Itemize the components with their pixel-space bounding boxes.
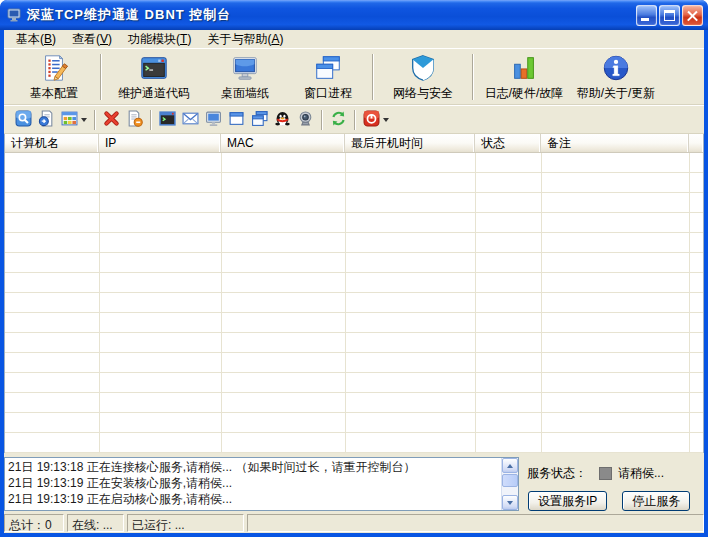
statusbar-online: 在线: ...	[67, 514, 124, 532]
maximize-button[interactable]	[659, 5, 680, 26]
column-header-mac[interactable]: MAC	[221, 134, 345, 152]
column-header-last-boot-time[interactable]: 最后开机时间	[345, 134, 475, 152]
import-doc-button[interactable]	[35, 108, 58, 132]
toolbar-separator	[321, 110, 323, 130]
terminal-window-icon	[138, 52, 170, 84]
webcam-button[interactable]	[294, 108, 317, 132]
scroll-thumb[interactable]	[502, 474, 518, 487]
remove-file-button[interactable]	[123, 108, 146, 132]
toolbar-button-label: 网络与安全	[393, 85, 453, 102]
webcam-icon	[297, 110, 314, 130]
service-status-indicator	[599, 467, 612, 480]
stop-service-button[interactable]: 停止服务	[622, 491, 690, 511]
remove-file-icon	[126, 110, 143, 130]
log-line: 21日 19:13:19 正在安装核心服务,请稍侯...	[8, 475, 498, 491]
maximize-icon	[664, 10, 675, 21]
toolbar-button-label: 桌面墙纸	[221, 85, 269, 102]
minimize-icon	[641, 18, 649, 21]
mail-icon	[182, 110, 199, 130]
windows-icon	[251, 110, 268, 130]
close-button[interactable]	[682, 5, 703, 26]
monitor-button[interactable]	[202, 108, 225, 132]
toolbar-button-terminal-window[interactable]: 维护通道代码	[106, 51, 202, 103]
table-row	[5, 333, 703, 353]
toolbar-button-security-shield[interactable]: 网络与安全	[378, 51, 468, 103]
service-status-value: 请稍侯...	[618, 465, 664, 482]
toolbar-button-windows-stack[interactable]: 窗口进程	[288, 51, 368, 103]
table-row	[5, 433, 703, 453]
terminal-icon	[159, 110, 176, 130]
app-icon	[7, 7, 23, 23]
toolbar-button-info-circle[interactable]: 帮助/关于/更新	[570, 51, 662, 103]
menu-item-b[interactable]: 基本(B)	[8, 30, 64, 50]
column-header-computer-name[interactable]: 计算机名	[5, 134, 99, 152]
windows-stack-icon	[312, 52, 344, 84]
window-button[interactable]	[225, 108, 248, 132]
windows-button[interactable]	[248, 108, 271, 132]
toolbar-button-bar-chart[interactable]: 日志/硬件/故障	[478, 51, 570, 103]
refresh-icon	[330, 110, 347, 130]
toolbar-separator	[94, 110, 96, 130]
menu-item-v[interactable]: 查看(V)	[64, 30, 120, 50]
chevron-down-icon	[383, 118, 389, 122]
computer-list: 计算机名IPMAC最后开机时间状态备注	[4, 134, 704, 453]
toolbar-separator	[354, 110, 356, 130]
search-button[interactable]	[12, 108, 35, 132]
terminal-button[interactable]	[156, 108, 179, 132]
scroll-down-button[interactable]	[502, 495, 518, 510]
grid-line	[345, 153, 346, 453]
import-doc-icon	[38, 110, 55, 130]
mail-button[interactable]	[179, 108, 202, 132]
qq-button[interactable]	[271, 108, 294, 132]
scroll-track[interactable]	[502, 473, 518, 495]
log-scrollbar[interactable]	[501, 458, 518, 510]
service-panel: 服务状态： 请稍侯... 设置服务IP 停止服务	[522, 454, 704, 511]
qq-icon	[274, 110, 291, 130]
monitor-icon	[205, 110, 222, 130]
minimize-button[interactable]	[636, 5, 657, 26]
table-row	[5, 293, 703, 313]
menu-bar: 基本(B)查看(V)功能模块(T)关于与帮助(A)	[4, 30, 704, 48]
set-service-ip-button[interactable]: 设置服务IP	[528, 491, 607, 511]
toolbar-button-config-doc[interactable]: 基本配置	[12, 51, 96, 103]
status-bar: 总计：0在线: ...已运行: ...	[4, 512, 704, 533]
table-row	[5, 313, 703, 333]
toolbar-separator	[100, 54, 102, 100]
menu-item-a[interactable]: 关于与帮助(A)	[199, 30, 291, 50]
log-line: 21日 19:13:19 正在启动核心服务,请稍侯...	[8, 491, 498, 507]
grid-line	[689, 153, 690, 453]
grid-line	[475, 153, 476, 453]
power-icon	[363, 110, 380, 130]
scroll-down-icon	[507, 501, 513, 505]
power-button[interactable]	[360, 108, 392, 132]
app-window: 深蓝TCP维护通道 DBNT 控制台 基本(B)查看(V)功能模块(T)关于与帮…	[0, 0, 708, 537]
info-circle-icon	[600, 52, 632, 84]
delete-x-button[interactable]	[100, 108, 123, 132]
column-header-status[interactable]: 状态	[475, 134, 541, 152]
menu-item-t[interactable]: 功能模块(T)	[120, 30, 199, 50]
grid-line	[99, 153, 100, 453]
toolbar-button-desktop-monitor[interactable]: 桌面墙纸	[202, 51, 288, 103]
toolbar-button-label: 帮助/关于/更新	[577, 85, 656, 102]
statusbar-spacer	[247, 514, 704, 532]
scroll-up-icon	[507, 464, 513, 468]
client-area: 基本(B)查看(V)功能模块(T)关于与帮助(A) 基本配置维护通道代码桌面墙纸…	[4, 30, 704, 533]
table-row	[5, 173, 703, 193]
grid-view-button[interactable]	[58, 108, 90, 132]
toolbar-button-label: 维护通道代码	[118, 85, 190, 102]
main-toolbar: 基本配置维护通道代码桌面墙纸窗口进程网络与安全日志/硬件/故障帮助/关于/更新	[4, 48, 704, 105]
config-doc-icon	[38, 52, 70, 84]
refresh-button[interactable]	[327, 108, 350, 132]
toolbar-button-label: 基本配置	[30, 85, 78, 102]
column-header-remark[interactable]: 备注	[541, 134, 689, 152]
log-line: 21日 19:13:18 正在连接核心服务,请稍侯... （如果时间过长，请重开…	[8, 459, 498, 475]
table-row	[5, 393, 703, 413]
title-bar[interactable]: 深蓝TCP维护通道 DBNT 控制台	[0, 0, 708, 30]
search-icon	[15, 110, 32, 130]
table-row	[5, 213, 703, 233]
log-box: 21日 19:13:18 正在连接核心服务,请稍侯... （如果时间过长，请重开…	[4, 457, 519, 511]
column-header-ip[interactable]: IP	[99, 134, 221, 152]
list-header: 计算机名IPMAC最后开机时间状态备注	[5, 134, 703, 153]
table-row	[5, 253, 703, 273]
scroll-up-button[interactable]	[502, 458, 518, 473]
